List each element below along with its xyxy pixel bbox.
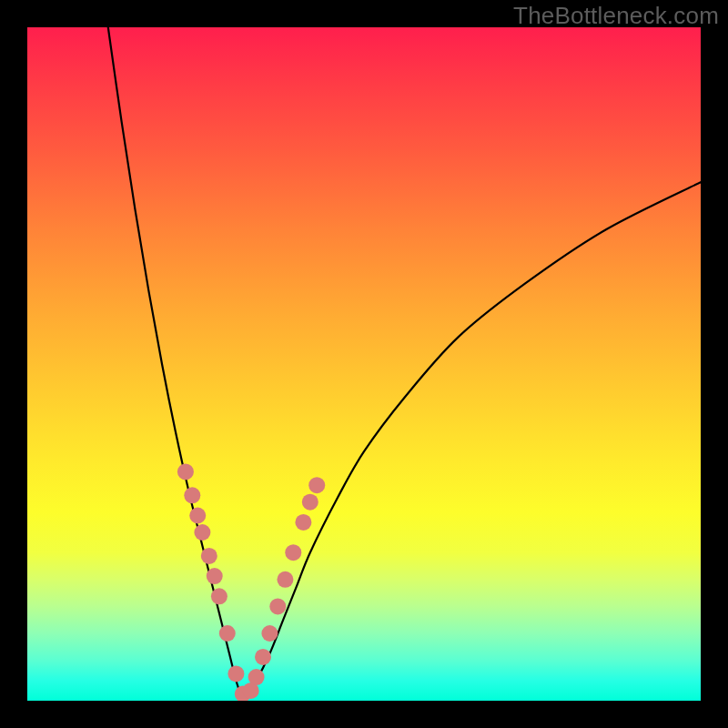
marker-dot	[207, 568, 223, 584]
marker-dot	[194, 524, 210, 541]
marker-dot	[285, 544, 301, 561]
marker-dot	[184, 487, 200, 503]
marker-dot	[277, 571, 293, 588]
chart-frame: TheBottleneck.com	[0, 0, 728, 728]
marker-dot	[177, 463, 194, 480]
marker-dot	[295, 514, 311, 531]
marker-dot	[302, 494, 318, 511]
marker-dot	[189, 508, 206, 524]
marker-dot	[255, 649, 271, 665]
marker-dot	[219, 625, 236, 642]
chart-svg	[27, 27, 701, 701]
marker-dot	[211, 588, 228, 604]
marker-dot	[248, 669, 265, 685]
marker-dot	[261, 625, 278, 642]
curve-right-branch	[243, 182, 701, 701]
marker-dot	[201, 548, 217, 564]
marker-dot	[228, 665, 244, 682]
marker-dot	[308, 477, 325, 493]
marker-layer	[177, 463, 325, 701]
watermark-text: TheBottleneck.com	[513, 2, 719, 30]
marker-dot	[269, 598, 286, 614]
